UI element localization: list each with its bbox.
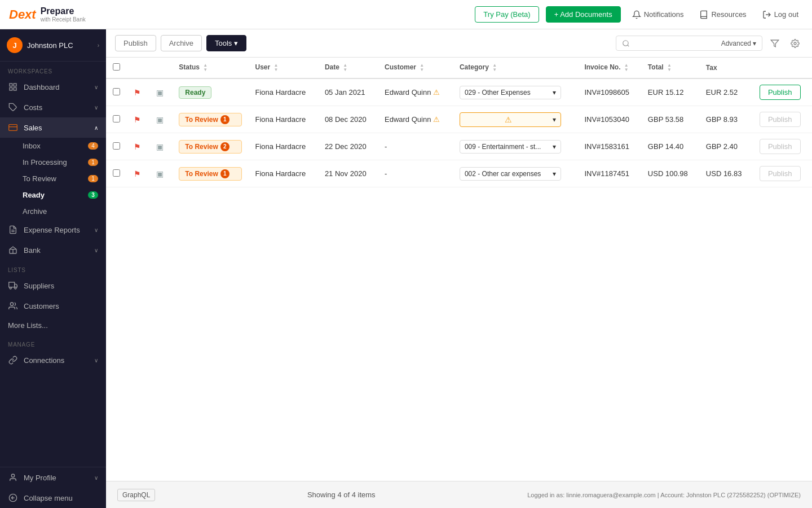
archive-toolbar-button[interactable]: Archive xyxy=(161,35,202,51)
svg-rect-4 xyxy=(14,87,16,90)
sidebar-item-customers-label: Customers xyxy=(24,302,59,310)
select-all-checkbox[interactable] xyxy=(113,63,120,71)
grid-icon xyxy=(8,82,18,92)
table-body: ⚑▣ReadyFiona Hardacre05 Jan 2021Edward Q… xyxy=(106,78,812,187)
topbar: Dext Prepare with Receipt Bank Try Pay (… xyxy=(0,0,812,29)
document-icon[interactable]: ▣ xyxy=(156,88,164,97)
sidebar-item-costs[interactable]: Costs ∨ xyxy=(0,97,106,117)
publish-toolbar-button[interactable]: Publish xyxy=(115,35,156,51)
search-input[interactable] xyxy=(633,39,718,47)
col-header-invoice[interactable]: Invoice No. ▲▼ xyxy=(577,58,641,78)
customer-value: Edward Quinn ⚠ xyxy=(385,115,446,124)
document-icon[interactable]: ▣ xyxy=(156,169,164,178)
inbox-badge: 4 xyxy=(88,142,98,150)
sidebar-item-costs-label: Costs xyxy=(24,103,42,112)
settings-icon xyxy=(791,39,800,48)
customer-warn-icon: ⚠ xyxy=(433,88,440,97)
customer-value: - xyxy=(385,169,446,178)
sidebar-item-collapse[interactable]: Collapse menu xyxy=(0,488,106,508)
sidebar-item-bank[interactable]: Bank ∨ xyxy=(0,240,106,260)
sidebar-subitem-archive[interactable]: Archive xyxy=(0,203,106,220)
archive-label: Archive xyxy=(23,207,47,216)
row-checkbox[interactable] xyxy=(113,115,120,122)
col-header-total[interactable]: Total ▲▼ xyxy=(641,58,699,78)
sidebar-item-expense-reports[interactable]: Expense Reports ∨ xyxy=(0,220,106,240)
col-header-category[interactable]: Category ▲▼ xyxy=(453,58,578,78)
category-dropdown[interactable]: 029 - Other Expenses▾ xyxy=(460,86,561,99)
col-header-checkbox xyxy=(106,58,127,78)
resources-label: Resources xyxy=(711,10,746,19)
flag-icon[interactable]: ⚑ xyxy=(134,115,141,124)
publish-row-button[interactable]: Publish xyxy=(760,85,801,100)
sidebar-subitem-ready[interactable]: Ready 3 xyxy=(0,187,106,203)
col-header-customer[interactable]: Customer ▲▼ xyxy=(378,58,453,78)
book-icon xyxy=(699,10,708,19)
row-checkbox[interactable] xyxy=(113,88,120,95)
inbox-label: Inbox xyxy=(23,142,41,150)
flag-icon[interactable]: ⚑ xyxy=(134,88,141,97)
sidebar-subitem-in-processing[interactable]: In Processing 1 xyxy=(0,154,106,170)
sidebar-item-sales[interactable]: Sales ∧ xyxy=(0,117,106,138)
advanced-button[interactable]: Advanced ▾ xyxy=(721,40,756,47)
workspaces-label: WORKSPACES xyxy=(0,62,106,77)
category-dropdown[interactable]: ⚠▾ xyxy=(460,112,561,127)
row-action-cell: Publish xyxy=(753,78,812,106)
main-layout: J Johnston PLC › WORKSPACES Dashboard ∨ … xyxy=(0,29,812,508)
credit-card-icon xyxy=(8,122,18,133)
connections-chevron-icon: ∨ xyxy=(94,357,98,364)
tools-toolbar-button[interactable]: Tools ▾ xyxy=(206,35,246,51)
col-header-user[interactable]: User ▲▼ xyxy=(249,58,318,78)
row-doc-cell: ▣ xyxy=(149,133,172,160)
status-badge: To Review 1 xyxy=(179,167,241,181)
row-invoice-cell: INV#1583161 xyxy=(577,133,641,160)
row-tax-cell: GBP 2.40 xyxy=(699,133,753,160)
resources-button[interactable]: Resources xyxy=(695,8,751,21)
filter-button[interactable] xyxy=(767,38,783,49)
row-user-cell: Fiona Hardacre xyxy=(249,78,318,106)
logout-label: Log out xyxy=(774,10,798,19)
link-icon xyxy=(8,355,18,365)
notifications-button[interactable]: Notifications xyxy=(628,8,689,21)
my-profile-label: My Profile xyxy=(24,474,56,482)
sidebar-item-connections-label: Connections xyxy=(24,356,64,365)
sidebar-item-expense-reports-label: Expense Reports xyxy=(24,226,80,234)
review-count: 1 xyxy=(220,115,230,124)
column-settings-button[interactable] xyxy=(787,38,803,49)
date-sort-icon: ▲▼ xyxy=(343,63,347,72)
flag-icon[interactable]: ⚑ xyxy=(134,142,141,151)
svg-point-14 xyxy=(10,287,11,289)
svg-rect-2 xyxy=(14,84,16,86)
avatar: J xyxy=(7,37,23,53)
sidebar-item-my-profile[interactable]: My Profile ∨ xyxy=(0,467,106,488)
user-sort-icon: ▲▼ xyxy=(274,63,279,72)
sidebar-subitem-inbox[interactable]: Inbox 4 xyxy=(0,138,106,154)
row-customer-cell: Edward Quinn ⚠ xyxy=(378,78,453,106)
logout-button[interactable]: Log out xyxy=(758,8,803,21)
sidebar-item-suppliers[interactable]: Suppliers xyxy=(0,275,106,296)
logged-in-text: Logged in as: linnie.romaguera@example.c… xyxy=(527,492,801,498)
sales-chevron-icon: ∧ xyxy=(94,125,98,131)
category-dropdown[interactable]: 002 - Other car expenses▾ xyxy=(460,167,561,181)
try-pay-button[interactable]: Try Pay (Beta) xyxy=(475,6,539,23)
row-checkbox[interactable] xyxy=(113,169,120,177)
document-icon[interactable]: ▣ xyxy=(156,115,164,124)
sidebar-item-customers[interactable]: Customers xyxy=(0,296,106,316)
sidebar-subitem-to-review[interactable]: To Review 1 xyxy=(0,170,106,187)
document-icon[interactable]: ▣ xyxy=(156,142,164,151)
sidebar-item-connections[interactable]: Connections ∨ xyxy=(0,350,106,370)
row-checkbox[interactable] xyxy=(113,142,120,150)
row-status-cell: To Review 2 xyxy=(172,133,248,160)
sidebar-user[interactable]: J Johnston PLC › xyxy=(0,29,106,62)
total-value: GBP 53.58 xyxy=(648,115,683,124)
sidebar-item-dashboard[interactable]: Dashboard ∨ xyxy=(0,77,106,97)
category-dropdown[interactable]: 009 - Entertainment - st...▾ xyxy=(460,140,561,154)
sidebar-item-more-lists[interactable]: More Lists... xyxy=(0,316,106,335)
col-header-date[interactable]: Date ▲▼ xyxy=(318,58,378,78)
review-count: 2 xyxy=(220,142,230,151)
date-value: 21 Nov 2020 xyxy=(325,169,367,178)
flag-icon[interactable]: ⚑ xyxy=(134,169,141,178)
graphql-button[interactable]: GraphQL xyxy=(117,489,155,501)
col-header-status[interactable]: Status ▲▼ xyxy=(172,58,248,78)
total-value: USD 100.98 xyxy=(648,169,688,178)
add-documents-button[interactable]: + Add Documents xyxy=(546,6,621,23)
